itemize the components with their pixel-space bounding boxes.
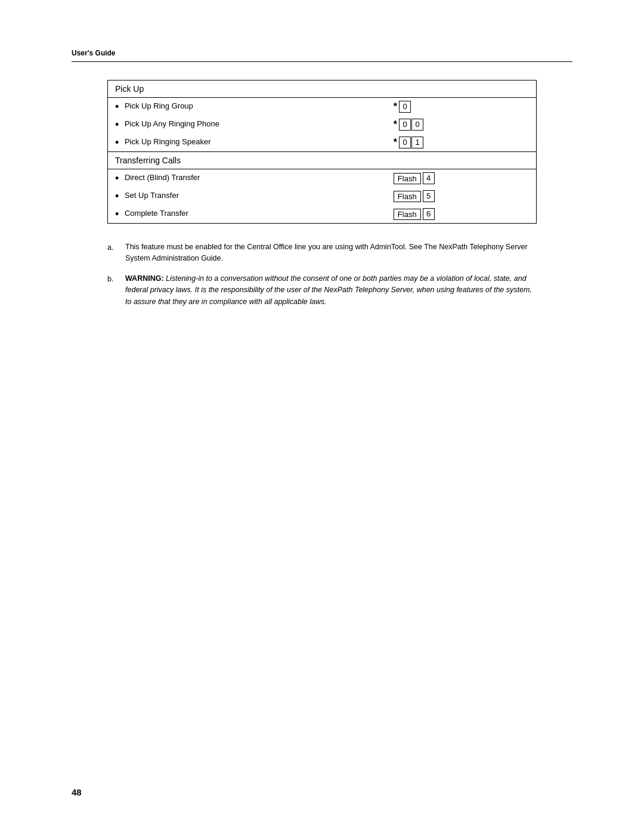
table-row: • Complete Transfer Flash 6 <box>108 205 537 224</box>
transfer-section-title: Transferring Calls <box>108 152 537 169</box>
item-text: Pick Up Any Ringing Phone <box>125 119 219 128</box>
bullet-icon: • <box>115 209 119 219</box>
table-row: • Pick Up Ring Group * 0 <box>108 98 537 116</box>
footnote-a-label: a. <box>107 241 125 253</box>
footnote-a: a. This feature must be enabled for the … <box>107 241 537 265</box>
pickup-section-header-row: Pick Up <box>108 80 537 98</box>
item-text: Set Up Transfer <box>125 191 179 200</box>
main-table: Pick Up • Pick Up Ring Group * 0 • Pick … <box>107 80 537 224</box>
item-label: • Complete Transfer <box>108 205 386 224</box>
item-label: • Pick Up Any Ringing Phone <box>108 116 386 134</box>
warning-prefix: WARNING: <box>125 274 164 283</box>
item-text: Complete Transfer <box>125 209 188 218</box>
item-text: Direct (Blind) Transfer <box>125 173 200 182</box>
item-label: • Direct (Blind) Transfer <box>108 169 386 188</box>
footnote-a-text: This feature must be enabled for the Cen… <box>125 241 537 265</box>
item-keys: * 0 0 <box>386 116 537 134</box>
item-keys: Flash 6 <box>386 205 537 224</box>
bullet-icon: • <box>115 119 119 130</box>
item-label: • Pick Up Ringing Speaker <box>108 134 386 152</box>
header-label: User's Guide <box>72 49 116 57</box>
key-box-6: 6 <box>423 208 435 220</box>
bullet-icon: • <box>115 137 119 148</box>
table-row: • Set Up Transfer Flash 5 <box>108 187 537 205</box>
flash-key: Flash <box>394 173 421 184</box>
page-container: User's Guide Pick Up • Pick Up Ring Grou… <box>0 0 644 833</box>
bullet-icon: • <box>115 101 119 112</box>
pickup-section-title: Pick Up <box>108 80 537 98</box>
page-header: User's Guide <box>72 48 572 62</box>
key-sequence: * 0 0 <box>394 119 423 131</box>
footnote-b-text: WARNING: Listening-in to a conversation … <box>125 273 537 308</box>
key-box-4: 4 <box>423 172 435 184</box>
item-text: Pick Up Ring Group <box>125 101 193 110</box>
key-sequence: Flash 6 <box>394 208 435 220</box>
page-number: 48 <box>72 787 82 797</box>
key-star: * <box>394 101 397 112</box>
footnote-section: a. This feature must be enabled for the … <box>107 241 537 308</box>
key-box-1: 1 <box>411 137 423 148</box>
key-box-0: 0 <box>399 101 411 113</box>
transfer-section-header-row: Transferring Calls <box>108 152 537 169</box>
key-box-0b: 0 <box>411 119 423 131</box>
table-row: • Pick Up Any Ringing Phone * 0 0 <box>108 116 537 134</box>
table-row: • Pick Up Ringing Speaker * 0 1 <box>108 134 537 152</box>
table-row: • Direct (Blind) Transfer Flash 4 <box>108 169 537 188</box>
item-label: • Set Up Transfer <box>108 187 386 205</box>
item-keys: Flash 4 <box>386 169 537 188</box>
key-box-0: 0 <box>399 119 411 131</box>
key-star: * <box>394 137 397 148</box>
key-sequence: Flash 4 <box>394 172 435 184</box>
item-text: Pick Up Ringing Speaker <box>125 137 211 146</box>
item-keys: Flash 5 <box>386 187 537 205</box>
key-box-0: 0 <box>399 137 411 148</box>
item-keys: * 0 1 <box>386 134 537 152</box>
flash-key: Flash <box>394 191 421 202</box>
key-star: * <box>394 119 397 130</box>
key-sequence: Flash 5 <box>394 190 435 202</box>
item-label: • Pick Up Ring Group <box>108 98 386 116</box>
flash-key: Flash <box>394 209 421 220</box>
item-keys: * 0 <box>386 98 537 116</box>
footnote-b: b. WARNING: Listening-in to a conversati… <box>107 273 537 308</box>
footnote-b-label: b. <box>107 273 125 285</box>
key-box-5: 5 <box>423 190 435 202</box>
key-sequence: * 0 <box>394 101 411 113</box>
footnote-b-italic: Listening-in to a conversation without t… <box>125 274 532 306</box>
bullet-icon: • <box>115 173 119 184</box>
key-sequence: * 0 1 <box>394 137 423 148</box>
bullet-icon: • <box>115 191 119 202</box>
